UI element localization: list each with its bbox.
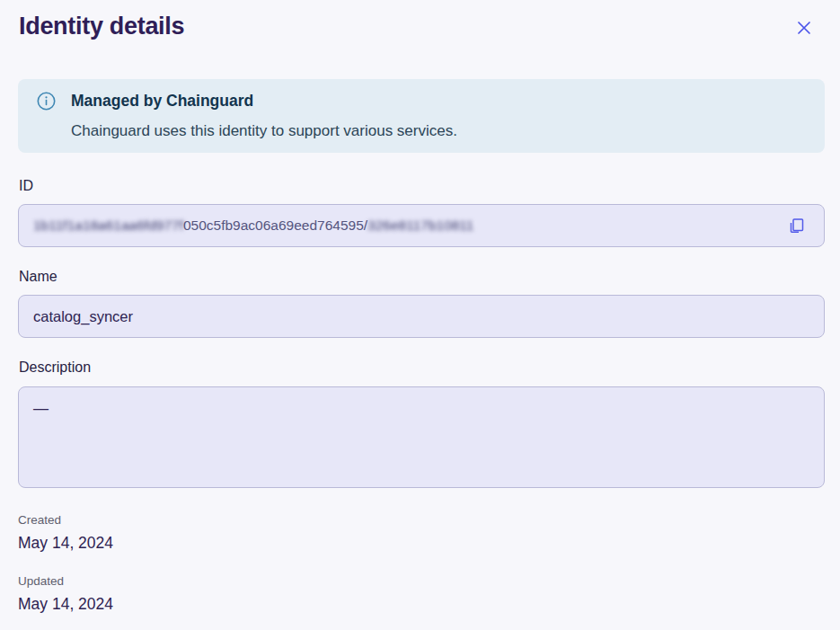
info-icon bbox=[37, 92, 56, 111]
copy-id-button[interactable] bbox=[785, 215, 808, 237]
updated-value: May 14, 2024 bbox=[18, 594, 825, 614]
banner-description: Chainguard uses this identity to support… bbox=[71, 121, 457, 141]
banner-text: Managed by Chainguard Chainguard uses th… bbox=[71, 91, 457, 141]
copy-icon bbox=[787, 225, 806, 238]
name-label: Name bbox=[19, 267, 825, 287]
updated-label: Updated bbox=[18, 573, 825, 590]
id-field[interactable]: 1b11f1a18a61aa6fd977f050c5fb9ac06a69eed7… bbox=[18, 204, 825, 247]
name-input[interactable] bbox=[18, 295, 825, 338]
page-title: Identity details bbox=[19, 11, 825, 41]
description-textarea[interactable]: — bbox=[18, 386, 825, 488]
banner-title: Managed by Chainguard bbox=[71, 91, 457, 111]
id-label: ID bbox=[19, 176, 825, 196]
created-label: Created bbox=[18, 512, 825, 528]
created-value: May 14, 2024 bbox=[18, 533, 825, 553]
close-icon bbox=[795, 26, 813, 40]
description-label: Description bbox=[19, 358, 825, 377]
id-redacted-prefix: 1b11f1a18a61aa6fd977f bbox=[33, 217, 183, 234]
panel-header: Identity details bbox=[18, 0, 825, 41]
managed-by-banner: Managed by Chainguard Chainguard uses th… bbox=[18, 79, 825, 153]
identity-details-panel: Identity details Managed by Chainguard C… bbox=[0, 0, 840, 630]
id-redacted-suffix: 326e8117b10811 bbox=[367, 217, 473, 234]
close-button[interactable] bbox=[792, 16, 816, 40]
id-visible-value: 050c5fb9ac06a69eed764595/ bbox=[183, 217, 367, 234]
